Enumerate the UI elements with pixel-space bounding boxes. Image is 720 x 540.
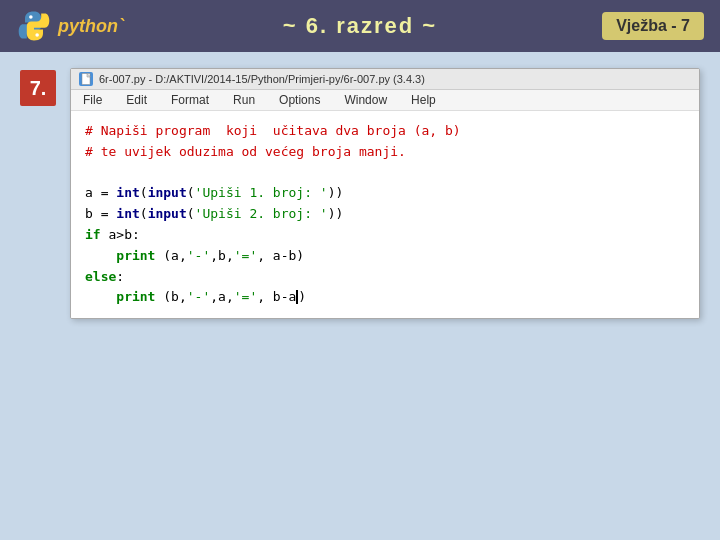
title-bar: 6r-007.py - D:/AKTIVI/2014-15/Python/Pri… — [71, 69, 699, 90]
svg-point-1 — [35, 33, 39, 37]
menu-window[interactable]: Window — [340, 92, 391, 108]
menu-edit[interactable]: Edit — [122, 92, 151, 108]
exercise-badge: Vježba - 7 — [602, 12, 704, 40]
code-line-3 — [85, 163, 685, 184]
exercise-number: 7. — [20, 70, 56, 106]
code-line-4: a = int(input('Upiši 1. broj: ')) — [85, 183, 685, 204]
code-line-6: if a>b: — [85, 225, 685, 246]
editor-window: 6r-007.py - D:/AKTIVI/2014-15/Python/Pri… — [70, 68, 700, 319]
logo-area: python` — [16, 8, 124, 44]
code-line-8: else: — [85, 267, 685, 288]
file-svg-icon — [81, 73, 91, 85]
file-icon — [79, 72, 93, 86]
code-area[interactable]: # Napiši program koji učitava dva broja … — [71, 111, 699, 318]
python-wordmark: python` — [58, 16, 124, 37]
menu-file[interactable]: File — [79, 92, 106, 108]
main-content: 7. 6r-007.py - D:/AKTIVI/2014-15/Python/… — [0, 52, 720, 335]
python-logo-icon — [16, 8, 52, 44]
code-line-7: print (a,'-',b,'=', a-b) — [85, 246, 685, 267]
menu-run[interactable]: Run — [229, 92, 259, 108]
svg-point-0 — [29, 15, 33, 19]
code-line-5: b = int(input('Upiši 2. broj: ')) — [85, 204, 685, 225]
menu-format[interactable]: Format — [167, 92, 213, 108]
menu-bar: File Edit Format Run Options Window Help — [71, 90, 699, 111]
code-line-9: print (b,'-',a,'=', b-a) — [85, 287, 685, 308]
code-line-1: # Napiši program koji učitava dva broja … — [85, 121, 685, 142]
code-line-2: # te uvijek oduzima od većeg broja manji… — [85, 142, 685, 163]
title-bar-text: 6r-007.py - D:/AKTIVI/2014-15/Python/Pri… — [99, 73, 425, 85]
menu-help[interactable]: Help — [407, 92, 440, 108]
menu-options[interactable]: Options — [275, 92, 324, 108]
header-title: ~ 6. razred ~ — [283, 13, 437, 39]
header: python` ~ 6. razred ~ Vježba - 7 — [0, 0, 720, 52]
